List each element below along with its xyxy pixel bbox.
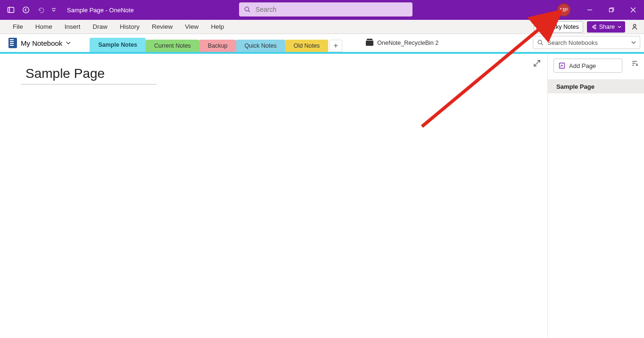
close-button[interactable] (622, 0, 644, 20)
page-list: Sample Page (548, 79, 644, 93)
sort-icon (631, 59, 638, 67)
search-icon (244, 6, 251, 13)
title-bar-left: Sample Page - OneNote (0, 4, 134, 16)
svg-line-5 (248, 10, 250, 12)
search-icon (537, 39, 544, 46)
maximize-button[interactable] (601, 0, 622, 20)
svg-rect-10 (538, 25, 543, 29)
sticky-notes-button[interactable]: Sticky Notes (534, 21, 583, 33)
section-tab-current-notes[interactable]: Current Notes (146, 40, 199, 52)
sort-pages-button[interactable] (631, 59, 638, 69)
ribbon-tab-history[interactable]: History (114, 20, 146, 34)
back-button[interactable] (20, 4, 32, 16)
svg-point-12 (538, 40, 542, 44)
note-icon (538, 24, 544, 30)
undo-button[interactable] (35, 4, 47, 16)
ribbon-tab-home[interactable]: Home (29, 20, 58, 34)
title-bar-right: MP (557, 0, 644, 20)
svg-point-11 (633, 24, 636, 26)
notebook-search-placeholder: Search Notebooks (547, 39, 627, 46)
ribbon-tab-draw[interactable]: Draw (87, 20, 114, 34)
ribbon-tab-file[interactable]: File (7, 20, 29, 34)
svg-point-4 (245, 7, 248, 11)
chevron-down-icon (618, 25, 621, 29)
chevron-down-icon (66, 41, 71, 45)
recycle-bin-icon (366, 41, 373, 46)
notebook-name: My Notebook (21, 39, 62, 47)
page-canvas[interactable] (0, 54, 547, 338)
add-page-button[interactable]: Add Page (553, 59, 622, 73)
svg-rect-14 (560, 63, 565, 68)
person-icon (631, 23, 638, 31)
share-icon (591, 24, 596, 30)
svg-rect-0 (8, 8, 14, 13)
section-tab-quick-notes[interactable]: Quick Notes (236, 40, 285, 52)
section-tab-backup[interactable]: Backup (199, 40, 236, 52)
section-tab-sample-notes[interactable]: Sample Notes (90, 38, 146, 52)
svg-point-2 (23, 7, 29, 13)
minimize-button[interactable] (579, 0, 601, 20)
user-avatar[interactable]: MP (557, 3, 570, 17)
share-label: Share (599, 24, 615, 30)
ribbon-tab-insert[interactable]: Insert (58, 20, 87, 34)
page-item[interactable]: Sample Page (548, 79, 644, 93)
add-page-icon (559, 62, 565, 69)
ribbon-tab-view[interactable]: View (179, 20, 205, 34)
share-button[interactable]: Share (587, 21, 625, 33)
main-area: Add Page Sample Page (0, 54, 644, 338)
svg-line-13 (541, 43, 543, 45)
onenote-app-icon[interactable] (5, 4, 17, 16)
chevron-down-icon (631, 40, 636, 45)
section-tab-old-notes[interactable]: Old Notes (285, 40, 329, 52)
expand-page-button[interactable] (533, 59, 541, 69)
notebook-icon (8, 38, 17, 48)
title-bar: Sample Page - OneNote MP (0, 0, 644, 20)
ribbon-tab-review[interactable]: Review (146, 20, 179, 34)
global-search[interactable] (239, 2, 413, 17)
global-search-input[interactable] (256, 6, 408, 13)
sticky-notes-label: Sticky Notes (546, 24, 578, 30)
notebook-search[interactable]: Search Notebooks (533, 36, 640, 49)
page-panel: Add Page Sample Page (547, 54, 644, 338)
window-title: Sample Page - OneNote (67, 7, 134, 14)
ribbon-tab-help[interactable]: Help (205, 20, 230, 34)
people-button[interactable] (629, 21, 640, 33)
svg-rect-7 (610, 8, 613, 12)
recycle-bin-link[interactable]: OneNote_RecycleBin 2 (366, 40, 438, 46)
notebook-bar: My Notebook Sample NotesCurrent NotesBac… (0, 34, 644, 52)
add-page-label: Add Page (569, 62, 596, 69)
notebook-picker[interactable]: My Notebook (0, 38, 71, 48)
recycle-bin-label: OneNote_RecycleBin 2 (377, 40, 438, 46)
add-section-button[interactable]: + (329, 40, 342, 52)
quick-access-more-button[interactable] (50, 4, 58, 16)
section-tabs: Sample NotesCurrent NotesBackupQuick Not… (90, 34, 342, 52)
ribbon-tabs: FileHomeInsertDrawHistoryReviewViewHelp (0, 20, 230, 34)
ribbon: FileHomeInsertDrawHistoryReviewViewHelp … (0, 20, 644, 34)
page-title-input[interactable] (21, 65, 157, 84)
